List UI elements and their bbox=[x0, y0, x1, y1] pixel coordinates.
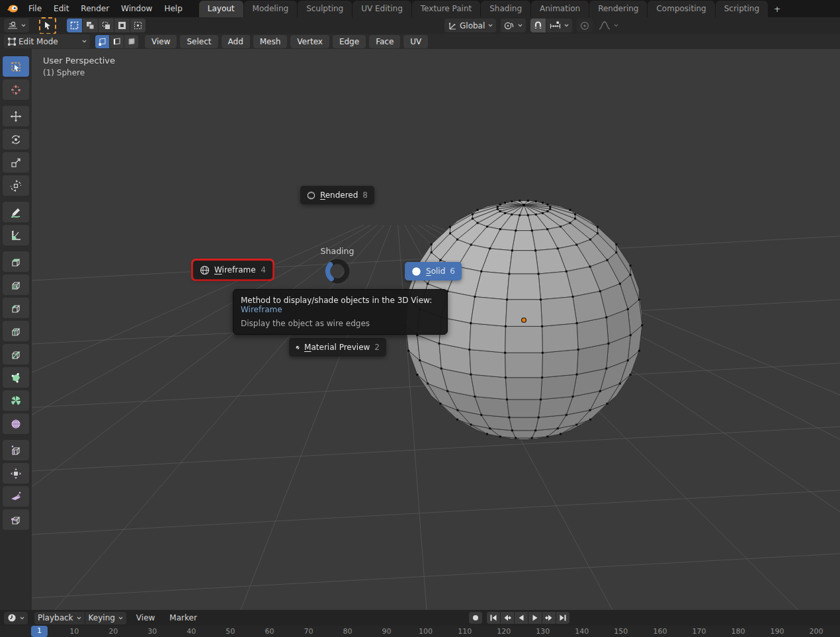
select-mode-intersect[interactable] bbox=[130, 19, 146, 32]
select-mode-subtract[interactable] bbox=[99, 19, 114, 32]
pie-item-rendered[interactable]: Rendered 8 bbox=[300, 186, 374, 204]
pie-item-material-preview[interactable]: Material Preview 2 bbox=[289, 338, 386, 357]
pie-item-key: 2 bbox=[374, 343, 380, 352]
tool-scale[interactable] bbox=[3, 152, 29, 173]
viewport-menu-face[interactable]: Face bbox=[369, 35, 400, 48]
pie-item-label: Material Preview bbox=[304, 343, 370, 352]
active-tool-indicator[interactable] bbox=[39, 17, 56, 34]
viewport-menu-edge[interactable]: Edge bbox=[333, 35, 366, 48]
tool-smooth[interactable] bbox=[3, 413, 29, 434]
tab-modeling[interactable]: Modeling bbox=[244, 1, 298, 17]
viewport-menu-vertex[interactable]: Vertex bbox=[290, 35, 329, 48]
chevron-down-icon bbox=[20, 616, 24, 620]
frame-label-50: 50 bbox=[226, 627, 235, 636]
frame-label-40: 40 bbox=[187, 627, 196, 636]
editor-type-selector[interactable] bbox=[4, 19, 29, 32]
tab-rendering[interactable]: Rendering bbox=[589, 1, 647, 17]
timeline-marker-menu[interactable]: Marker bbox=[163, 610, 202, 626]
face-select-mode[interactable] bbox=[124, 35, 138, 48]
frame-label-60: 60 bbox=[265, 627, 274, 636]
prev-keyframe-button[interactable] bbox=[501, 612, 514, 624]
timeline-view-menu[interactable]: View bbox=[130, 610, 161, 626]
viewport-menu-select[interactable]: Select bbox=[180, 35, 218, 48]
mode-dropdown[interactable]: Edit Mode bbox=[4, 34, 90, 48]
chevron-down-icon bbox=[118, 616, 123, 620]
menu-render[interactable]: Render bbox=[75, 1, 115, 17]
tool-shear[interactable] bbox=[3, 486, 29, 507]
select-mode-invert[interactable] bbox=[114, 19, 130, 32]
frame-label-90: 90 bbox=[382, 627, 392, 636]
proportional-falloff-dropdown[interactable] bbox=[595, 19, 622, 32]
playback-menu[interactable]: Playback bbox=[34, 612, 85, 624]
pie-item-solid[interactable]: Solid 6 bbox=[405, 262, 462, 280]
tab-layout[interactable]: Layout bbox=[199, 1, 243, 17]
select-mode-extend[interactable] bbox=[83, 19, 98, 32]
tool-move[interactable] bbox=[3, 106, 29, 126]
play-icon bbox=[531, 614, 539, 622]
move-icon bbox=[10, 110, 22, 122]
tool-loop-cut[interactable] bbox=[3, 321, 29, 341]
chevron-down-icon bbox=[518, 24, 523, 27]
tool-measure[interactable] bbox=[3, 225, 29, 245]
tool-extrude-region[interactable] bbox=[3, 251, 29, 272]
vertex-select-mode[interactable] bbox=[95, 35, 109, 48]
tool-poly-build[interactable] bbox=[3, 367, 29, 388]
tool-knife[interactable] bbox=[3, 344, 29, 364]
cursor-3d-icon bbox=[10, 84, 22, 96]
snap-settings-dropdown[interactable] bbox=[546, 19, 572, 32]
tab-compositing[interactable]: Compositing bbox=[648, 1, 714, 17]
menu-file[interactable]: File bbox=[22, 1, 48, 17]
edge-select-mode[interactable] bbox=[110, 35, 124, 48]
menu-edit[interactable]: Edit bbox=[48, 1, 75, 17]
chevron-down-icon bbox=[564, 24, 569, 27]
tool-annotate[interactable] bbox=[3, 202, 29, 222]
falloff-curve-icon bbox=[599, 21, 610, 30]
tool-edge-slide[interactable] bbox=[3, 440, 29, 460]
viewport-menu-add[interactable]: Add bbox=[222, 35, 250, 48]
pivot-point-dropdown[interactable] bbox=[501, 19, 526, 32]
play-button[interactable] bbox=[528, 612, 542, 624]
jump-end-button[interactable] bbox=[556, 612, 569, 624]
tool-inset-faces[interactable] bbox=[3, 275, 29, 295]
tab-scripting[interactable]: Scripting bbox=[716, 1, 768, 17]
tool-rip-region[interactable] bbox=[3, 509, 29, 530]
tool-box-select[interactable] bbox=[3, 56, 29, 77]
snap-toggle[interactable] bbox=[530, 19, 546, 32]
timeline-editor-selector[interactable] bbox=[4, 612, 28, 624]
tool-spin[interactable] bbox=[3, 390, 29, 411]
transform-orientation-dropdown[interactable]: Global bbox=[444, 19, 496, 32]
tab-sculpting[interactable]: Sculpting bbox=[298, 1, 352, 17]
orientation-axes-icon bbox=[448, 21, 458, 30]
pie-menu-title: Shading bbox=[304, 246, 370, 256]
play-reverse-button[interactable] bbox=[515, 612, 528, 624]
add-workspace-button[interactable]: + bbox=[769, 1, 786, 17]
menu-window[interactable]: Window bbox=[115, 1, 158, 17]
pie-item-wireframe[interactable]: Wireframe 4 bbox=[193, 261, 273, 279]
keying-menu[interactable]: Keying bbox=[85, 612, 126, 624]
tool-cursor-3d[interactable] bbox=[3, 79, 29, 100]
select-mode-new[interactable] bbox=[67, 19, 82, 32]
jump-start-button[interactable] bbox=[487, 612, 500, 624]
proportional-editing-toggle[interactable] bbox=[577, 19, 593, 32]
timeline-ruler[interactable]: 1 10203040506070809010011012013014015016… bbox=[0, 626, 840, 637]
menu-help[interactable]: Help bbox=[158, 1, 188, 17]
frame-label-30: 30 bbox=[147, 627, 157, 636]
viewport-menu-mesh[interactable]: Mesh bbox=[253, 35, 288, 48]
tab-shading[interactable]: Shading bbox=[481, 1, 530, 17]
record-button[interactable] bbox=[469, 612, 482, 624]
blender-logo-icon[interactable] bbox=[5, 3, 20, 15]
pie-item-key: 4 bbox=[261, 265, 266, 275]
frame-label-180: 180 bbox=[731, 627, 745, 636]
next-keyframe-button[interactable] bbox=[542, 612, 556, 624]
tab-uv-editing[interactable]: UV Editing bbox=[353, 1, 411, 17]
tab-animation[interactable]: Animation bbox=[531, 1, 589, 17]
viewport-menu-uv[interactable]: UV bbox=[403, 35, 428, 48]
tab-texture-paint[interactable]: Texture Paint bbox=[412, 1, 480, 17]
tool-bevel[interactable] bbox=[3, 298, 29, 318]
current-frame-marker[interactable]: 1 bbox=[31, 626, 48, 637]
tool-transform[interactable] bbox=[3, 175, 29, 196]
frame-label-100: 100 bbox=[419, 627, 433, 636]
viewport-menu-view[interactable]: View bbox=[145, 35, 177, 48]
tool-rotate[interactable] bbox=[3, 129, 29, 149]
tool-shrink-fatten[interactable] bbox=[3, 463, 29, 484]
